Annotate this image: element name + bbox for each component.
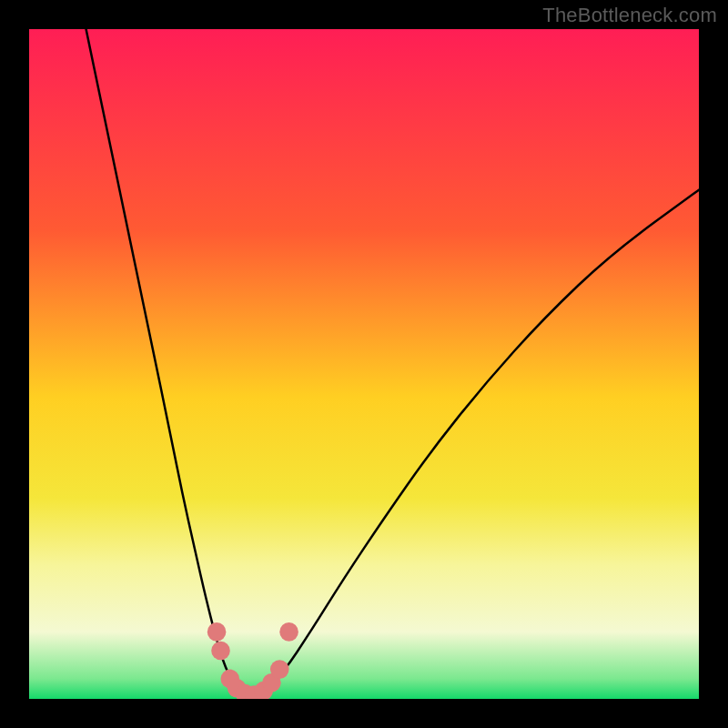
marker-point	[211, 642, 230, 661]
plot-area	[29, 29, 699, 699]
marker-point	[207, 622, 227, 642]
chart-frame: TheBottleneck.com	[0, 0, 728, 728]
chart-svg	[29, 29, 699, 699]
marker-point	[279, 622, 298, 642]
marker-point	[270, 660, 289, 679]
watermark-label: TheBottleneck.com	[542, 4, 717, 27]
gradient-background	[29, 29, 699, 699]
